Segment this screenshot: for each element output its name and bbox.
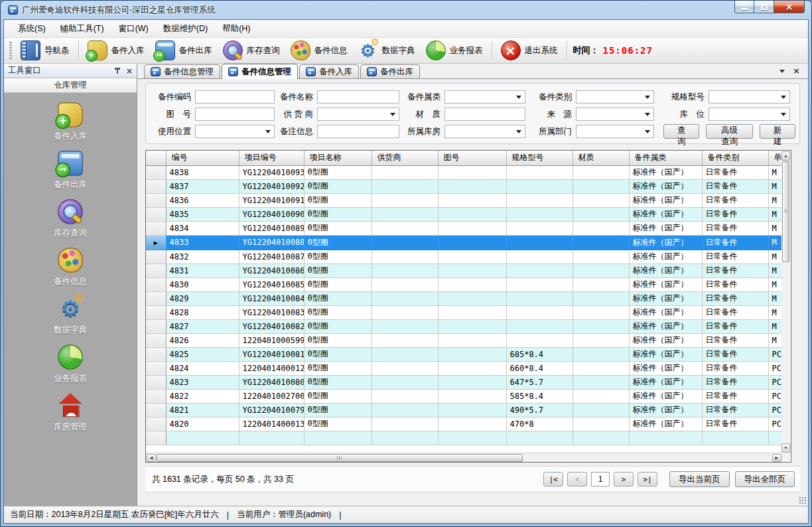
sidebar-item-parts-out[interactable]: 备件出库 <box>54 149 87 190</box>
column-header-0[interactable]: 编号 <box>166 151 239 165</box>
table-row-selected[interactable]: ▶4833YG122040100880型圈标准件（国产）日常备件M <box>146 235 782 250</box>
field-dropdown-0-3[interactable] <box>576 90 654 104</box>
toolbar-navigator-button[interactable]: 导航条 <box>15 38 75 62</box>
column-header-5[interactable]: 规格型号 <box>506 151 573 165</box>
column-header-2[interactable]: 项目名称 <box>304 151 372 165</box>
table-row[interactable]: 4825YG122040100810型圈685*8.4标准件（国产）日常备件PC <box>146 347 782 361</box>
table-row[interactable]: 4830YG122040100850型圈标准件（国产）日常备件M <box>146 277 782 291</box>
sidebar-item-data-dict[interactable]: 数据字典 <box>54 295 87 336</box>
row-selector[interactable] <box>146 179 166 193</box>
field-dropdown-1-1[interactable] <box>317 108 399 121</box>
row-selector[interactable] <box>146 193 166 207</box>
toolbar-data-dict-button[interactable]: 数据字典 <box>353 38 421 62</box>
first-page-button[interactable]: |< <box>543 472 563 487</box>
table-row[interactable]: 4836YG122040100910型圈标准件（国产）日常备件M <box>146 193 782 207</box>
minimize-button[interactable] <box>734 1 754 13</box>
horizontal-scrollbar[interactable]: ◀ ▶ <box>146 453 782 462</box>
scroll-down-icon[interactable]: ▼ <box>781 443 790 453</box>
table-row[interactable]: 4823YG122040100800型圈647*5.7标准件（国产）日常备件PC <box>146 375 782 389</box>
table-row[interactable]: 482012204014000130型圈470*8标准件（国产）日常备件PC <box>146 417 782 431</box>
menu-item-3[interactable]: 数据维护(D) <box>156 21 215 37</box>
row-selector[interactable] <box>146 319 166 333</box>
sidebar-item-report[interactable]: 业务报表 <box>54 343 87 384</box>
vertical-scrollbar[interactable]: ▲ ▼ <box>781 151 790 453</box>
toolbar-parts-in-button[interactable]: 备件入库 <box>82 38 150 62</box>
scroll-left-icon[interactable]: ◀ <box>147 454 156 462</box>
field-input-1-2[interactable] <box>444 108 525 121</box>
toolbar-parts-out-button[interactable]: 备件出库 <box>150 38 218 62</box>
table-row[interactable]: 482612204010005990型圈标准件（国产）日常备件M <box>146 333 782 347</box>
column-header-6[interactable]: 材质 <box>573 151 629 165</box>
tab-close-icon[interactable]: × <box>793 67 800 75</box>
field-dropdown-1-4[interactable] <box>709 108 790 121</box>
last-page-button[interactable]: >| <box>638 472 657 487</box>
title-bar[interactable]: 广州爱奇迪软件科技有限公司-深田之星仓库管理系统 <box>3 1 809 19</box>
row-selector[interactable] <box>146 389 166 403</box>
table-row[interactable]: 4821YG122040100790型圈490*5.7标准件（国产）日常备件PC <box>146 403 782 417</box>
menu-item-4[interactable]: 帮助(H) <box>215 21 257 37</box>
close-button[interactable]: × <box>774 1 805 13</box>
menu-item-1[interactable]: 辅助工具(T) <box>53 21 111 37</box>
field-dropdown-2-3[interactable] <box>576 125 654 138</box>
scroll-right-icon[interactable]: ▶ <box>772 454 781 462</box>
toolbar-exit-button[interactable]: 退出系统 <box>496 38 563 62</box>
sidebar-item-parts-info[interactable]: 备件信息 <box>54 246 87 287</box>
field-dropdown-1-3[interactable] <box>576 108 654 121</box>
search-button[interactable]: 查询 <box>663 124 699 139</box>
sidebar-item-inventory-query[interactable]: 库存查询 <box>54 198 87 239</box>
row-selector[interactable] <box>146 165 166 179</box>
row-selector[interactable] <box>146 221 166 235</box>
row-selector[interactable] <box>146 291 166 305</box>
row-selector[interactable] <box>146 361 166 375</box>
table-row[interactable]: 482412204014000120型圈660*8.4标准件（国产）日常备件PC <box>146 361 782 375</box>
prev-page-button[interactable]: < <box>567 472 587 487</box>
table-row[interactable]: 4838YG122040100930型圈标准件（国产）日常备件M <box>146 165 782 179</box>
row-selector[interactable] <box>146 347 166 361</box>
row-selector[interactable] <box>146 403 166 417</box>
field-dropdown-2-2[interactable] <box>444 125 525 138</box>
column-header-1[interactable]: 项目编号 <box>239 151 304 165</box>
tab-list-dropdown-icon[interactable] <box>779 70 785 73</box>
row-selector[interactable] <box>146 250 166 264</box>
table-row-partial[interactable] <box>146 431 782 445</box>
column-header-7[interactable]: 备件属类 <box>629 151 702 165</box>
row-selector[interactable] <box>146 277 166 291</box>
pin-icon[interactable] <box>114 67 121 74</box>
row-selector[interactable]: ▶ <box>146 235 166 250</box>
column-header-9[interactable]: 单位 <box>768 151 782 165</box>
page-number-input[interactable] <box>591 472 610 487</box>
field-input-2-1[interactable] <box>317 125 399 138</box>
sidebar-item-warehouse[interactable]: 库房管理 <box>54 392 87 433</box>
row-selector[interactable] <box>146 264 166 277</box>
row-selector[interactable] <box>146 375 166 389</box>
horizontal-scroll-thumb[interactable] <box>157 454 523 462</box>
table-row[interactable]: 482212204010027000型圈585*8.4标准件（国产）日常备件PC <box>146 389 782 403</box>
row-selector[interactable] <box>146 305 166 319</box>
export-current-page-button[interactable]: 导出当前页 <box>669 471 730 487</box>
sidebar-item-parts-in[interactable]: 备件入库 <box>54 101 87 142</box>
column-header-3[interactable]: 供货商 <box>372 151 438 165</box>
menu-item-2[interactable]: 窗口(W) <box>111 21 156 37</box>
tab-2[interactable]: 备件入库 <box>299 64 359 78</box>
row-selector[interactable] <box>146 207 166 221</box>
table-row[interactable]: 4837YG122040100920型圈标准件（国产）日常备件M <box>146 179 782 193</box>
field-input-1-0[interactable] <box>195 108 275 121</box>
resize-grip[interactable] <box>798 496 807 504</box>
table-row[interactable]: 4835YG122040100900型圈标准件（国产）日常备件M <box>146 207 782 221</box>
tab-1-active[interactable]: 备件信息管理 <box>222 64 298 79</box>
table-row[interactable]: 4831YG122040100860型圈标准件（国产）日常备件M <box>146 264 782 277</box>
table-row[interactable]: 4832YG122040100870型圈标准件（国产）日常备件M <box>146 250 782 264</box>
tab-0[interactable]: 备件信息管理 <box>144 64 220 78</box>
field-input-0-1[interactable] <box>317 90 399 104</box>
field-dropdown-0-2[interactable] <box>444 90 525 104</box>
new-button[interactable]: 新建 <box>760 124 795 139</box>
field-dropdown-0-4[interactable] <box>709 90 790 104</box>
toolbar-grip-handle[interactable] <box>9 42 12 59</box>
table-row[interactable]: 4827YG122040100820型圈标准件（国产）日常备件M <box>146 319 782 333</box>
scroll-up-icon[interactable]: ▲ <box>781 151 790 161</box>
column-header-4[interactable]: 图号 <box>438 151 506 165</box>
maximize-button[interactable] <box>754 1 774 13</box>
toolbar-report-button[interactable]: 业务报表 <box>421 38 488 62</box>
toolbar-inventory-query-button[interactable]: 库存查询 <box>218 38 285 62</box>
table-row[interactable]: 4829YG122040100840型圈标准件（国产）日常备件M <box>146 291 782 305</box>
